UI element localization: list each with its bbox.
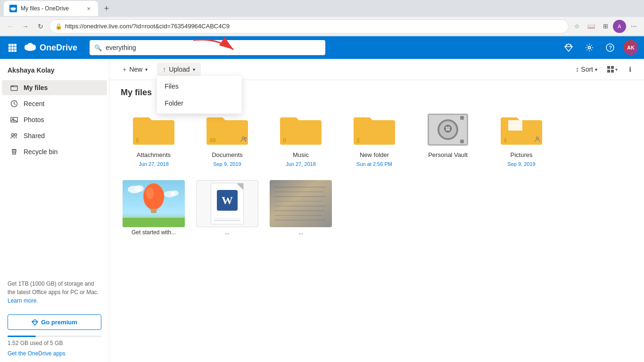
svg-point-37 — [242, 137, 245, 140]
collections-icon[interactable]: ⊞ — [599, 20, 612, 33]
folder-name-music: Music — [293, 151, 309, 158]
sidebar-item-recent[interactable]: Recent — [2, 96, 107, 111]
settings-icon[interactable] — [582, 40, 597, 55]
profile-button[interactable]: A — [613, 20, 626, 33]
go-premium-button[interactable]: Go premium — [8, 314, 101, 330]
folder-name-attachments: Attachments — [137, 151, 171, 158]
file-item-balloon[interactable]: Get started with... — [121, 178, 187, 238]
learn-more-link[interactable]: Learn more. — [8, 297, 38, 304]
header-right-actions: ? AK — [561, 40, 638, 55]
folder-date-attachments: Jun 27, 2018 — [139, 161, 169, 167]
sort-icon: ↕ — [576, 66, 579, 73]
vault-dial-inner — [443, 124, 453, 135]
folder-count-new-folder: 2 — [356, 137, 360, 144]
search-input[interactable] — [106, 44, 321, 51]
svg-rect-9 — [8, 49, 11, 52]
file-item-word-doc[interactable]: W ... — [194, 178, 260, 238]
upload-chevron-icon: ▾ — [193, 67, 195, 72]
sort-chevron-icon: ▾ — [595, 67, 597, 72]
folder-item-new-folder[interactable]: 2 New folder Sun at 2:56 PM — [341, 107, 407, 171]
sort-button[interactable]: ↕ Sort ▾ — [572, 63, 601, 76]
view-toggle-button[interactable]: ▾ — [603, 63, 621, 76]
sidebar-item-recycle-bin[interactable]: Recycle bin — [2, 144, 107, 159]
profile-avatar[interactable]: AK — [623, 40, 638, 55]
sidebar-item-shared[interactable]: Shared — [2, 128, 107, 143]
active-tab[interactable]: My files - OneDrive ✕ — [4, 1, 98, 16]
vault-icon — [424, 111, 471, 148]
folder-count-pictures: 4 — [504, 137, 507, 144]
vault-dial — [438, 119, 458, 140]
file-name-photo: ... — [270, 229, 332, 236]
svg-rect-7 — [11, 47, 14, 49]
address-bar[interactable]: 🔒 https://onedrive.live.com/?id=root&cid… — [49, 19, 569, 33]
tab-close-button[interactable]: ✕ — [85, 5, 92, 12]
svg-rect-35 — [607, 70, 610, 73]
folder-count-attachments: 0 — [136, 137, 139, 144]
toolbar-actions: ☆ 📖 ⊞ A ⋯ — [570, 20, 640, 33]
main-toolbar: + New ▾ ↑ Upload ▾ Files Folder ↕ — [109, 59, 644, 80]
svg-point-15 — [27, 43, 33, 48]
search-box[interactable]: 🔍 — [90, 40, 325, 55]
search-icon: 🔍 — [94, 44, 102, 51]
vault-hinge-top — [460, 116, 464, 120]
folder-name-documents: Documents — [212, 151, 243, 158]
vault-name: Personal Vault — [428, 151, 468, 158]
get-apps-link[interactable]: Get the OneDrive apps — [0, 348, 109, 359]
sidebar-user-name: Akshaya Kolay — [0, 63, 109, 80]
settings-more-icon[interactable]: ⋯ — [627, 20, 640, 33]
sidebar-item-recent-label: Recent — [24, 100, 44, 107]
new-plus-icon: + — [123, 66, 126, 73]
main-content: + New ▾ ↑ Upload ▾ Files Folder ↕ — [109, 59, 644, 362]
svg-rect-11 — [14, 49, 17, 52]
svg-point-20 — [588, 47, 591, 49]
forward-button[interactable]: → — [19, 20, 32, 33]
shared-person-icon-pictures — [534, 136, 541, 145]
folder-item-personal-vault[interactable]: Personal Vault - — [415, 107, 481, 171]
info-button[interactable]: ℹ — [623, 63, 636, 76]
folder-icon-pictures: 4 — [498, 111, 545, 148]
folder-date-documents: Sep 9, 2019 — [213, 161, 241, 167]
sidebar-item-shared-label: Shared — [24, 132, 45, 140]
svg-point-56 — [170, 190, 179, 196]
browser-chrome: My files - OneDrive ✕ + ← → ↻ 🔒 https://… — [0, 0, 644, 36]
folder-icon-documents: 49 — [204, 111, 251, 148]
back-button[interactable]: ← — [4, 20, 17, 33]
svg-rect-3 — [8, 44, 11, 46]
upload-files-item[interactable]: Files — [157, 78, 242, 95]
toolbar-right: ↕ Sort ▾ ▾ ℹ — [572, 63, 636, 76]
reading-list-icon[interactable]: 📖 — [585, 20, 598, 33]
thumb-photo — [270, 180, 332, 227]
app-name-text: OneDrive — [40, 43, 77, 53]
folder-name-new-folder: New folder — [360, 151, 389, 158]
favorites-star-icon[interactable]: ☆ — [570, 20, 584, 33]
view-chevron-icon: ▾ — [615, 67, 618, 72]
folder-item-pictures[interactable]: 4 Pictures Sep 9, 2019 — [488, 107, 554, 171]
folder-name-pictures: Pictures — [511, 151, 533, 158]
help-icon[interactable]: ? — [603, 40, 618, 55]
folder-item-music[interactable]: 0 Music Jun 27, 2018 — [268, 107, 334, 171]
sidebar-item-my-files[interactable]: My files — [2, 80, 107, 95]
thumb-balloon — [123, 180, 185, 227]
sidebar-item-photos-label: Photos — [24, 116, 44, 123]
svg-rect-4 — [11, 44, 14, 46]
refresh-button[interactable]: ↻ — [34, 20, 47, 33]
upload-button[interactable]: ↑ Upload ▾ — [157, 63, 200, 76]
file-item-photo[interactable]: ... — [268, 178, 334, 238]
storage-promo-text: Get 1TB (1000 GB) of storage and the lat… — [0, 274, 109, 311]
folder-item-documents[interactable]: 49 Documents Sep — [194, 107, 260, 171]
sidebar-item-photos[interactable]: Photos — [2, 112, 107, 127]
waffle-menu-button[interactable] — [6, 41, 19, 54]
premium-diamond-icon[interactable] — [561, 40, 576, 55]
upload-arrow-icon: ↑ — [163, 66, 166, 73]
svg-rect-36 — [611, 70, 614, 73]
files-thumbnails-grid: Get started with... W ... — [121, 178, 633, 238]
upload-folder-item[interactable]: Folder — [157, 95, 242, 112]
tab-title: My files - OneDrive — [21, 5, 69, 12]
storage-bar-track — [8, 336, 101, 337]
folder-item-attachments[interactable]: 0 Attachments Jun 27, 2018 — [121, 107, 187, 171]
new-tab-button[interactable]: + — [100, 2, 113, 15]
svg-rect-50 — [151, 209, 157, 213]
new-button[interactable]: + New ▾ — [117, 63, 153, 76]
thumb-word-doc: W — [196, 180, 258, 227]
folder-icon-new-folder: 2 — [351, 111, 398, 148]
